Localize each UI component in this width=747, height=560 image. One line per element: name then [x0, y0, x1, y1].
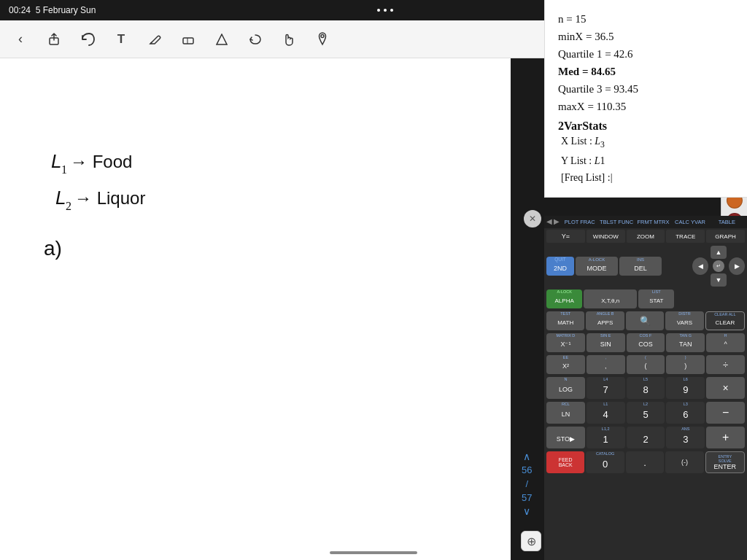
btn-zoom[interactable]: ZOOM: [627, 230, 665, 243]
btn-vars[interactable]: DISTR VARS: [665, 311, 703, 330]
text-tool-button[interactable]: T: [109, 28, 133, 51]
btn-2[interactable]: 2: [627, 427, 665, 448]
calc-arrow-left[interactable]: ◀: [546, 217, 552, 227]
calc-top-menu: ◀ ▶ PLOT FRAC TBLST FUNC FRMT MTRX CALC …: [544, 216, 747, 228]
btn-window[interactable]: WINDOW: [587, 230, 625, 243]
nav-enter-center[interactable]: ↵: [713, 260, 724, 272]
back-button[interactable]: ‹: [9, 28, 32, 51]
calc-menu-table[interactable]: TABLE: [709, 217, 745, 227]
calc-row-math: TEST MATH ANGLE B APPS 🔍 DISTR VARS CLEA…: [544, 310, 747, 332]
btn-stat[interactable]: LIST STAT: [638, 289, 674, 308]
btn-8[interactable]: L5 8: [627, 377, 665, 399]
stat-n: n = 15: [558, 10, 734, 28]
nav-down[interactable]: ▼: [711, 273, 727, 287]
btn-cos[interactable]: COS F COS: [627, 333, 665, 352]
btn-trace[interactable]: TRACE: [666, 230, 705, 243]
btn-5[interactable]: L2 5: [627, 402, 665, 424]
canvas-area[interactable]: L 1 → Food L 2 → Liquor a): [0, 58, 511, 560]
zoom-button[interactable]: ⊕: [521, 531, 541, 551]
home-bar: [330, 551, 417, 554]
hand-tool-button[interactable]: [277, 28, 301, 51]
calc-row-0: FEEDBACK CATALOG 0 . (-) ENTRYSOLVE ENTE…: [544, 450, 747, 476]
page-total: 57: [522, 492, 532, 503]
btn-9[interactable]: L6 9: [666, 377, 705, 399]
shape-tool-button[interactable]: [210, 28, 233, 51]
stats-popup: n = 15 minX = 36.5 Quartile 1 = 42.6 Med…: [544, 0, 747, 198]
btn-sto[interactable]: STO▶: [546, 427, 585, 448]
calc-row-alpha: A-LOCK ALPHA X,T,θ,n LIST STAT: [544, 288, 747, 310]
btn-xsq[interactable]: EE X²: [546, 355, 585, 374]
btn-xinv[interactable]: MATRIX D X⁻¹: [546, 333, 585, 352]
btn-del[interactable]: INS DEL: [619, 257, 662, 276]
calc-menu-tblst[interactable]: TBLST FUNC: [598, 217, 634, 227]
btn-0[interactable]: CATALOG 0: [586, 451, 624, 473]
page-current: 56: [522, 464, 532, 475]
calc-row-trig-top: MATRIX D X⁻¹ SIN E SIN COS F COS TAN G T…: [544, 332, 747, 354]
btn-negative[interactable]: (-): [665, 451, 703, 473]
btn-divide[interactable]: ÷: [706, 355, 745, 374]
calc-row-123: STO▶ L1,2 1 2 ANS 3 +: [544, 425, 747, 450]
page-down-button[interactable]: ∨: [523, 506, 530, 516]
btn-4[interactable]: L1 4: [587, 402, 625, 424]
btn-feedback[interactable]: FEEDBACK: [546, 451, 584, 473]
nav-right[interactable]: ▶: [729, 257, 745, 275]
btn-search[interactable]: 🔍: [626, 311, 664, 330]
undo-button[interactable]: [76, 28, 99, 51]
nav-up[interactable]: ▲: [711, 246, 727, 259]
calc-menu-frmt[interactable]: FRMT MTRX: [635, 217, 671, 227]
btn-3[interactable]: ANS 3: [666, 427, 705, 448]
btn-1[interactable]: L1,2 1: [587, 427, 625, 448]
status-time-date: 00:24 5 February Sun: [9, 5, 96, 15]
calc-menu-plot[interactable]: PLOT FRAC: [562, 217, 597, 227]
btn-6[interactable]: L3 6: [666, 402, 705, 424]
btn-sin[interactable]: SIN E SIN: [587, 333, 625, 352]
calc-menu-calc[interactable]: CALC YVAR: [672, 217, 708, 227]
calc-row-2nd: QUIT 2ND A-LOCK MODE INS DEL ◀ ▲ ↵ ▼ ▶: [544, 244, 747, 288]
stat-med: Med = 84.65: [558, 63, 734, 80]
svg-text:L: L: [55, 187, 66, 209]
btn-minus[interactable]: −: [706, 402, 745, 424]
btn-power[interactable]: H ^: [706, 333, 745, 352]
pen-tool-button[interactable]: [143, 28, 166, 51]
btn-alpha[interactable]: A-LOCK ALPHA: [546, 289, 582, 308]
nav-cluster: ◀ ▲ ↵ ▼ ▶: [663, 246, 745, 287]
btn-log[interactable]: N LOG: [546, 377, 585, 399]
calc-close-button[interactable]: ✕: [524, 210, 541, 228]
btn-multiply[interactable]: ×: [706, 377, 745, 399]
btn-comma[interactable]: , ,: [587, 355, 625, 374]
handwritten-content: L 1 → Food L 2 → Liquor a): [44, 131, 277, 280]
pin-tool-button[interactable]: [311, 28, 334, 51]
btn-7[interactable]: L4 7: [587, 377, 625, 399]
btn-rparen[interactable]: ) ): [666, 355, 705, 374]
xlist-row: X List : L3: [558, 133, 734, 152]
lasso-tool-button[interactable]: [244, 28, 267, 51]
svg-text:L: L: [51, 150, 61, 172]
calc-row-x2: EE X² , , ( ( ) ) ÷: [544, 354, 747, 376]
btn-math[interactable]: TEST MATH: [546, 311, 584, 330]
page-separator: /: [525, 478, 528, 489]
btn-y-equals[interactable]: Y=: [546, 230, 585, 243]
page-up-button[interactable]: ∧: [523, 451, 530, 462]
btn-plus[interactable]: +: [706, 427, 745, 448]
stat-q1: Quartile 1 = 42.6: [558, 45, 734, 63]
btn-xtn[interactable]: X,T,θ,n: [584, 289, 637, 308]
eraser-tool-button[interactable]: [177, 28, 200, 51]
svg-text:1: 1: [61, 163, 67, 176]
ylist-row: Y List : L1: [558, 152, 734, 170]
btn-enter[interactable]: ENTRYSOLVE ENTER: [705, 451, 745, 473]
share-button[interactable]: [42, 28, 66, 51]
stat-q3: Quartile 3 = 93.45: [558, 80, 734, 98]
btn-clear[interactable]: CLEAR ALL CLEAR: [705, 311, 745, 330]
btn-apps[interactable]: ANGLE B APPS: [586, 311, 624, 330]
btn-graph[interactable]: GRAPH: [706, 230, 745, 243]
nav-left[interactable]: ◀: [692, 257, 708, 275]
svg-text:→ Food: → Food: [70, 152, 132, 171]
stat-minx: minX = 36.5: [558, 28, 734, 45]
calc-arrow-right[interactable]: ▶: [554, 217, 560, 227]
btn-lparen[interactable]: ( (: [627, 355, 665, 374]
btn-tan[interactable]: TAN G TAN: [666, 333, 705, 352]
btn-2nd[interactable]: QUIT 2ND: [546, 257, 574, 276]
btn-mode[interactable]: A-LOCK MODE: [576, 257, 618, 276]
btn-decimal[interactable]: .: [626, 451, 664, 473]
btn-ln[interactable]: RCL LN: [546, 402, 585, 424]
